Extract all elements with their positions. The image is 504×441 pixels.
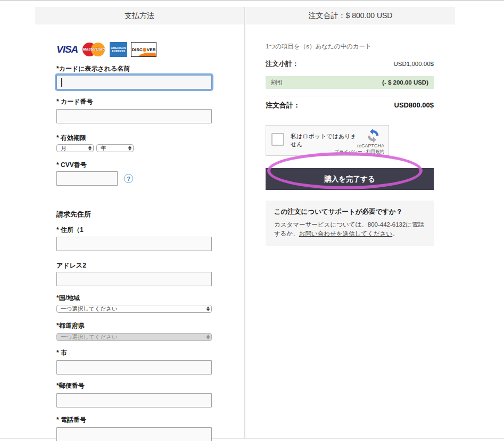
order-summary-column: 注文合計：$ 800.00 USD 1つの項目を（s）あなたの中のカート 注文小… [246, 7, 455, 246]
discover-o-icon [143, 48, 146, 52]
subtotal-value: USD1,000.00$ [394, 61, 434, 67]
discover-text-suffix: VER [147, 47, 156, 52]
column-divider [244, 7, 245, 439]
support-body-suffix: 。 [392, 230, 399, 237]
discover-swoosh [139, 53, 156, 57]
subtotal-row: 注文小計： USD1,000.00$ [266, 60, 434, 69]
stepper-arrows-icon [128, 146, 131, 151]
expiry-year-select[interactable]: 年 [96, 144, 134, 152]
payment-column: 支払方法 VISA MasterCard AMERICAN EXPRESS DI… [35, 7, 244, 441]
top-border-line [0, 0, 504, 1]
expiry-selects: 月 年 [56, 144, 212, 152]
cvv-help-icon[interactable]: ? [124, 174, 133, 183]
total-row: 注文合計： USD800.00$ [266, 101, 434, 110]
discover-logo-icon: DISCVER [131, 42, 156, 57]
summary-divider [266, 96, 434, 96]
discount-row: 割引 (- $ 200.00 USD) [266, 76, 434, 89]
country-value: 一つ選択してください [61, 305, 118, 313]
text-cursor [61, 78, 62, 87]
mastercard-logo-text: MasterCard [81, 47, 106, 52]
cart-items-line: 1つの項目を（s）あなたの中のカート [266, 43, 434, 51]
expiry-month-select[interactable]: 月 [56, 144, 94, 152]
prefecture-select[interactable]: 一つ選択してください [56, 333, 212, 341]
city-input[interactable] [56, 360, 212, 375]
payment-header: 支払方法 [35, 7, 244, 24]
recaptcha-brand: reCAPTCHA [357, 143, 384, 148]
total-value: USD800.00$ [394, 101, 434, 109]
accepted-cards: VISA MasterCard AMERICAN EXPRESS DISCVER [56, 41, 212, 57]
discover-text-prefix: DISC [132, 47, 143, 52]
checkout-page: 支払方法 VISA MasterCard AMERICAN EXPRESS DI… [0, 0, 504, 441]
postal-code-input[interactable] [56, 393, 212, 407]
total-label: 注文合計： [266, 101, 300, 110]
prefecture-label: *都道府県 [56, 322, 212, 329]
recaptcha-logo-icon [366, 129, 380, 143]
address2-input[interactable] [56, 272, 212, 286]
complete-purchase-button[interactable]: 購入を完了する [266, 168, 434, 190]
subtotal-label: 注文小計： [266, 60, 299, 69]
postal-code-label: *郵便番号 [56, 382, 212, 389]
phone-input[interactable] [56, 427, 212, 441]
phone-label: * 電話番号 [56, 416, 212, 423]
address1-input[interactable] [56, 237, 212, 251]
billing-address-heading: 請求先住所 [56, 210, 212, 219]
recaptcha-label: 私はロボットではありません [291, 132, 359, 148]
support-box: この注文についてサポートが必要ですか？ カスタマーサービスについては、800-4… [266, 201, 434, 246]
address2-label: アドレス2 [56, 262, 212, 269]
card-number-label: * カード番号 [56, 98, 212, 105]
order-total-header: 注文合計：$ 800.00 USD [246, 7, 455, 24]
amex-logo-icon: AMERICAN EXPRESS [110, 42, 127, 57]
cvv-input[interactable] [56, 171, 118, 186]
address1-label: * 住所（1 [56, 226, 212, 234]
payment-header-title: 支払方法 [125, 11, 154, 21]
country-select[interactable]: 一つ選択してください [56, 305, 212, 313]
expiry-month-value: 月 [61, 145, 67, 152]
city-label: * 市 [56, 349, 212, 356]
recaptcha-widget: 私はロボットではありません reCAPTCHA プライバシー - 利用規約 [266, 125, 389, 156]
recaptcha-checkbox[interactable] [271, 133, 284, 146]
payment-form: VISA MasterCard AMERICAN EXPRESS DISCVER… [35, 41, 244, 441]
discount-label: 割引 [271, 79, 283, 87]
name-on-card-input[interactable] [56, 75, 212, 89]
recaptcha-terms-links[interactable]: プライバシー - 利用規約 [334, 149, 384, 155]
stepper-arrows-icon [206, 306, 210, 312]
support-body: カスタマーサービスについては、800-442-6132に電話するか、お問い合わせ… [274, 220, 425, 238]
cvv-label: * CVV番号 [56, 161, 212, 169]
order-total-header-title: 注文合計：$ 800.00 USD [309, 11, 393, 21]
country-label: *国/地域 [56, 294, 212, 302]
visa-logo-icon: VISA [56, 44, 78, 55]
expiry-label: * 有効期限 [56, 134, 212, 142]
support-heading: この注文についてサポートが必要ですか？ [274, 207, 425, 217]
name-on-card-label: *カードに表示される名前 [56, 65, 212, 72]
prefecture-value: 一つ選択してください [61, 334, 118, 341]
stepper-arrows-icon [88, 146, 92, 151]
contact-us-link[interactable]: お問い合わせを送信してください [299, 230, 392, 237]
mastercard-logo-icon: MasterCard [81, 42, 106, 57]
discount-value: (- $ 200.00 USD) [382, 79, 428, 86]
stepper-arrows-icon [206, 335, 210, 340]
card-number-input[interactable] [56, 109, 212, 123]
expiry-year-value: 年 [101, 145, 106, 152]
